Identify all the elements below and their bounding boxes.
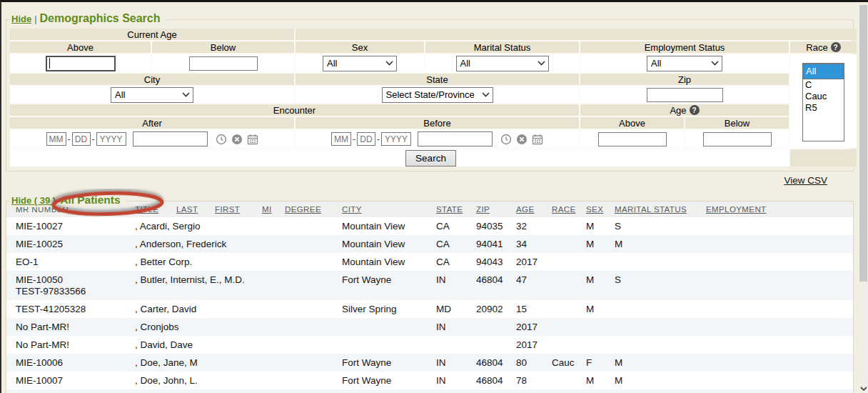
race-help-icon[interactable]: ? — [831, 42, 841, 52]
before-month-input[interactable] — [331, 132, 351, 146]
age-help-icon[interactable]: ? — [690, 105, 700, 115]
sort-link-marital-status[interactable]: MARITAL STATUS — [615, 205, 687, 214]
chevron-down-icon — [711, 61, 719, 66]
age-below-label: Below — [685, 117, 789, 129]
calendar-icon[interactable] — [247, 134, 258, 145]
sort-link-mi[interactable]: MI — [262, 205, 272, 214]
patient-row[interactable]: TEST-41205328, Carter, DavidSilver Sprin… — [6, 300, 853, 318]
cell-city — [338, 336, 432, 354]
cell-mr-number: MIE-10050TEST-97833566 — [6, 271, 131, 300]
sort-link-title[interactable]: TITLE — [135, 205, 158, 214]
sort-link-last[interactable]: LAST — [176, 205, 198, 214]
chevron-down-icon — [538, 61, 545, 66]
cell-employment — [702, 253, 853, 271]
sort-link-sex[interactable]: SEX — [586, 205, 603, 214]
patient-row[interactable]: No Part-MR!, David, Dave2017 — [6, 336, 853, 354]
cell-state: CA — [432, 235, 472, 253]
scrollbar-thumb[interactable] — [859, 5, 867, 282]
cell-zip: 46804 — [472, 389, 512, 393]
patient-row[interactable]: MIE-10027, Acardi, SergioMountain ViewCA… — [6, 217, 853, 235]
age-below-input[interactable] — [703, 132, 772, 146]
cell-race — [547, 300, 582, 318]
sort-link-age[interactable]: AGE — [516, 205, 535, 214]
hide-patients-link[interactable]: Hide ( 39 ) — [11, 195, 56, 206]
cell-name: , Butler, Internist, E., M.D. — [131, 271, 338, 300]
race-option[interactable]: All — [803, 64, 844, 79]
time-icon[interactable] — [216, 134, 227, 145]
cell-marital-status: S — [610, 271, 702, 300]
patient-row[interactable]: No Part-MR!, CronjobsIN2017 — [6, 318, 853, 336]
patient-row[interactable]: EO-2, Example, SubscriberFort WayneIN468… — [6, 389, 853, 393]
col-header-race: RACE — [547, 202, 582, 217]
patient-row[interactable]: MIE-10025, Anderson, FrederickMountain V… — [6, 235, 853, 253]
calendar-icon[interactable] — [532, 134, 543, 145]
age-above-input[interactable] — [598, 132, 667, 146]
cell-race — [547, 318, 582, 336]
after-day-input[interactable] — [72, 132, 91, 146]
after-date-input[interactable] — [133, 131, 208, 146]
before-date-input[interactable] — [418, 131, 493, 146]
cell-employment — [702, 372, 853, 389]
race-cell: AllCCaucR5 — [790, 54, 857, 148]
after-month-input[interactable] — [46, 132, 66, 146]
cell-employment — [702, 354, 853, 372]
cell-sex — [582, 318, 610, 336]
clear-date-icon[interactable] — [231, 134, 243, 145]
cell-marital-status — [610, 336, 702, 354]
sort-link-degree[interactable]: DEGREE — [285, 205, 321, 214]
marital-status-select[interactable]: All — [456, 56, 549, 71]
sort-link-city[interactable]: CITY — [342, 205, 362, 214]
zip-input[interactable] — [647, 88, 723, 102]
current-age-below-label: Below — [152, 41, 294, 53]
cell-city: Mountain View — [338, 235, 432, 253]
cell-employment — [702, 318, 853, 336]
patient-row[interactable]: MIE-10007, Doe, John, L.Fort WayneIN4680… — [6, 372, 853, 389]
sex-select[interactable]: All — [323, 56, 397, 71]
cell-state — [432, 336, 472, 354]
sort-link-employment[interactable]: EMPLOYMENT — [706, 205, 767, 214]
cell-mr-number: EO-2 — [6, 389, 131, 393]
race-option[interactable]: Cauc — [803, 91, 844, 102]
patient-row[interactable]: EO-1, Better Corp.Mountain ViewCA9404320… — [6, 253, 853, 271]
scrollbar-down-arrow[interactable] — [859, 381, 868, 393]
cell-zip: 94043 — [472, 253, 512, 271]
race-option[interactable]: C — [803, 79, 844, 91]
employment-status-select[interactable]: All — [647, 56, 722, 71]
vertical-scrollbar[interactable] — [859, 4, 868, 393]
patients-header-row: MR NUMBERTITLELASTFIRSTMIDEGREECITYSTATE… — [6, 202, 853, 217]
cell-mr-number: MIE-10025 — [6, 235, 131, 253]
clear-date-icon[interactable] — [516, 134, 528, 145]
all-patients-panel: Hide ( 39 )All Patients MR NUMBERTITLEL — [6, 201, 854, 393]
cell-employment — [702, 336, 853, 354]
hide-search-link[interactable]: Hide — [11, 14, 31, 24]
cell-state: IN — [432, 372, 472, 389]
patient-row[interactable]: MIE-10050TEST-97833566, Butler, Internis… — [6, 271, 853, 300]
sort-link-race[interactable]: RACE — [552, 205, 576, 214]
before-year-input[interactable] — [381, 132, 411, 146]
search-button[interactable]: Search — [405, 150, 456, 166]
cell-age: 80 — [512, 354, 547, 372]
cell-sex: M — [582, 372, 610, 389]
col-header-degree: DEGREE — [281, 202, 338, 217]
cell-race — [547, 253, 582, 271]
race-option[interactable]: R5 — [803, 102, 844, 114]
patient-row[interactable]: MIE-10006, Doe, Jane, MFort WayneIN46804… — [6, 354, 853, 372]
state-select[interactable]: Select State/Province — [382, 87, 493, 103]
sort-link-state[interactable]: STATE — [436, 205, 463, 214]
current-age-below-input[interactable] — [189, 56, 258, 71]
cell-name: , Better Corp. — [131, 253, 338, 271]
city-select[interactable]: All — [111, 87, 193, 103]
current-age-above-input[interactable] — [46, 56, 116, 71]
cell-name: , Doe, John, L. — [131, 372, 338, 389]
chevron-down-icon — [182, 92, 190, 97]
after-year-input[interactable] — [96, 132, 126, 146]
chevron-down-icon — [385, 61, 393, 66]
race-listbox[interactable]: AllCCaucR5 — [802, 63, 844, 141]
city-label: City — [10, 74, 294, 85]
view-csv-link[interactable]: View CSV — [784, 175, 827, 186]
sort-link-first[interactable]: FIRST — [215, 205, 240, 214]
time-icon[interactable] — [500, 134, 512, 145]
sort-link-zip[interactable]: ZIP — [476, 205, 490, 214]
encounter-after-date-group: -- — [46, 131, 258, 146]
before-day-input[interactable] — [357, 132, 375, 146]
